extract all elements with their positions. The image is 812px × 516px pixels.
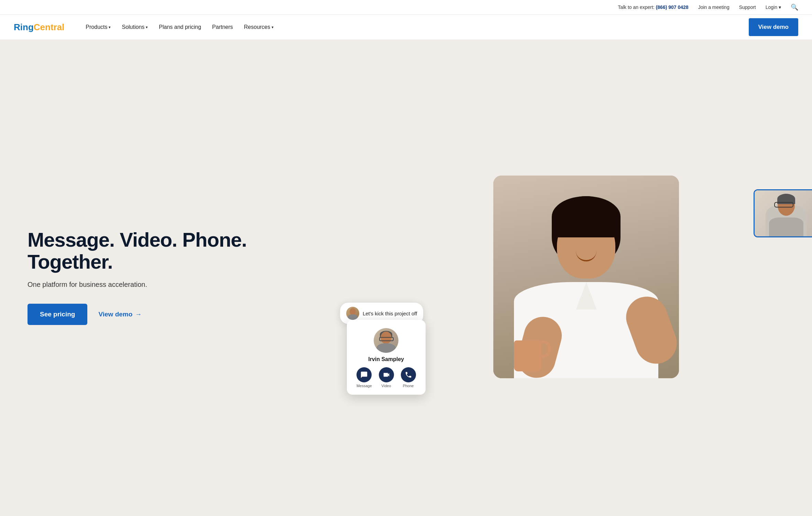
phone-label: Phone [403, 384, 414, 388]
nav-bar: Ring Central Products ▾ Solutions ▾ Plan… [0, 15, 812, 40]
search-icon[interactable]: 🔍 [791, 3, 798, 11]
contact-card: Irvin Sampley Message [347, 320, 426, 395]
contact-action-phone[interactable]: Phone [401, 367, 416, 388]
nav-item-partners[interactable]: Partners [207, 21, 238, 33]
talk-label: Talk to an expert: [618, 4, 655, 10]
chat-avatar [346, 307, 359, 320]
phone-info: Talk to an expert: (866) 907 0428 [618, 4, 688, 10]
chat-message: Let's kick this project off [363, 311, 417, 316]
chevron-down-icon: ▾ [109, 25, 111, 30]
contact-name: Irvin Sampley [368, 356, 404, 362]
nav-item-plans-pricing[interactable]: Plans and pricing [154, 21, 206, 33]
chevron-down-icon: ▾ [146, 25, 148, 30]
chevron-down-icon: ▾ [272, 25, 274, 30]
hero-image-area: Let's kick this project off Irvin Sample… [374, 176, 798, 378]
contact-avatar [374, 328, 398, 353]
hero-section: Message. Video. Phone. Together. One pla… [0, 40, 812, 514]
phone-icon [401, 367, 416, 382]
nav-links: Products ▾ Solutions ▾ Plans and pricing… [81, 21, 748, 33]
arrow-right-icon: → [135, 311, 142, 318]
top-bar: Talk to an expert: (866) 907 0428 Join a… [0, 0, 812, 15]
view-demo-button[interactable]: View demo → [98, 311, 142, 318]
view-demo-nav-button[interactable]: View demo [749, 18, 799, 36]
login-button[interactable]: Login ▾ [766, 4, 781, 10]
support-link[interactable]: Support [739, 4, 756, 10]
video-label: Video [382, 384, 391, 388]
video-icon [379, 367, 394, 382]
phone-number[interactable]: (866) 907 0428 [656, 4, 689, 10]
nav-item-products[interactable]: Products ▾ [81, 21, 116, 33]
main-hero-image [493, 176, 679, 378]
video-tile [754, 189, 812, 237]
hero-content: Message. Video. Phone. Together. One pla… [28, 229, 374, 325]
message-label: Message [356, 384, 372, 388]
logo-central: Central [34, 22, 65, 33]
hero-subtext: One platform for business acceleration. [28, 281, 374, 289]
hero-headline: Message. Video. Phone. Together. [28, 229, 374, 273]
logo-ring: Ring [14, 22, 34, 33]
see-pricing-button[interactable]: See pricing [28, 304, 87, 325]
nav-item-solutions[interactable]: Solutions ▾ [117, 21, 153, 33]
chevron-down-icon: ▾ [779, 4, 781, 10]
contact-actions: Message Video Phon [356, 367, 416, 388]
join-meeting-link[interactable]: Join a meeting [698, 4, 729, 10]
contact-action-video[interactable]: Video [379, 367, 394, 388]
nav-item-resources[interactable]: Resources ▾ [239, 21, 278, 33]
message-icon [356, 367, 372, 382]
logo[interactable]: Ring Central [14, 22, 64, 33]
hero-buttons: See pricing View demo → [28, 304, 374, 325]
contact-action-message[interactable]: Message [356, 367, 372, 388]
